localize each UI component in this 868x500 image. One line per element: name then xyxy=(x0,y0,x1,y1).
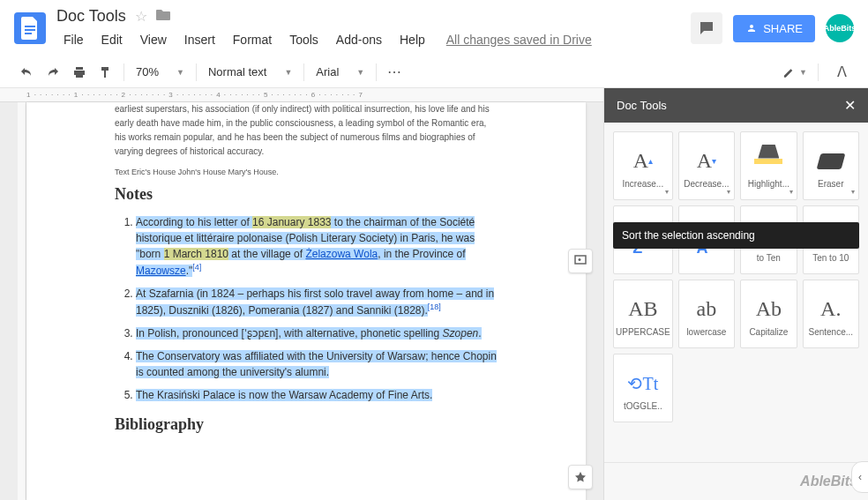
folder-icon[interactable] xyxy=(156,8,170,24)
lowercase-icon: ab xyxy=(697,292,717,327)
notes-heading: Notes xyxy=(115,185,498,204)
svg-rect-2 xyxy=(25,33,32,34)
svg-rect-1 xyxy=(25,29,35,31)
sentence-case-button[interactable]: A.Sentence... xyxy=(803,280,859,348)
title-area: Doc Tools ☆ File Edit View Insert Format… xyxy=(56,7,691,50)
redo-button[interactable] xyxy=(41,60,65,85)
bibliography-heading: Bibliography xyxy=(115,415,498,434)
editing-mode-button[interactable]: ▼ xyxy=(782,60,807,85)
star-icon[interactable]: ☆ xyxy=(135,8,147,25)
main-area: 1 · · · · · · · 1 · · · · · · · 2 · · · … xyxy=(0,88,868,500)
style-select[interactable]: Normal text▼ xyxy=(202,61,298,83)
paint-format-button[interactable] xyxy=(94,60,118,85)
close-icon[interactable]: ✕ xyxy=(844,97,856,114)
toggle-case-button[interactable]: ⟲TttOGGLE.. xyxy=(613,354,673,422)
increase-font-button[interactable]: A▴Increase... xyxy=(613,131,673,200)
highlighter-icon xyxy=(754,144,782,179)
uppercase-button[interactable]: ABUPPERCASE xyxy=(613,280,673,348)
note-item: In Polish, pronounced [ˈʂɔpɛn], with alt… xyxy=(136,325,498,341)
tooltip: Sort the selection ascending xyxy=(613,222,859,249)
font-select[interactable]: Arial▼ xyxy=(310,61,370,83)
docs-logo-icon[interactable] xyxy=(14,12,46,44)
uppercase-icon: AB xyxy=(628,292,657,327)
sidebar-title: Doc Tools xyxy=(617,99,667,112)
capitalize-icon: Ab xyxy=(756,292,782,327)
eraser-icon xyxy=(819,144,843,179)
menu-tools[interactable]: Tools xyxy=(282,29,326,50)
menu-edit[interactable]: Edit xyxy=(94,29,130,50)
horizontal-ruler[interactable]: 1 · · · · · · · 1 · · · · · · · 2 · · · … xyxy=(0,88,603,102)
expand-sidebar-button[interactable]: ‹ xyxy=(851,461,868,493)
document-page[interactable]: earliest superstars, his association (if… xyxy=(26,102,586,500)
note-item: The Krasiński Palace is now the Warsaw A… xyxy=(136,387,498,403)
menu-file[interactable]: File xyxy=(56,29,91,50)
vertical-ruler[interactable] xyxy=(18,102,26,500)
decrease-font-icon: A▾ xyxy=(697,144,716,179)
user-avatar[interactable]: AbleBits xyxy=(826,14,854,42)
saved-status[interactable]: All changes saved in Drive xyxy=(446,33,592,47)
note-item: The Conservatory was affiliated with the… xyxy=(136,348,498,380)
menu-insert[interactable]: Insert xyxy=(177,29,222,50)
app-header: Doc Tools ☆ File Edit View Insert Format… xyxy=(0,0,868,56)
menu-bar: File Edit View Insert Format Tools Add-o… xyxy=(56,29,691,50)
share-button[interactable]: SHARE xyxy=(733,15,815,42)
houses-text: Text Eric's House John's House Mary's Ho… xyxy=(115,168,498,176)
sidebar-header: Doc Tools ✕ xyxy=(604,88,868,123)
sentence-icon: A. xyxy=(820,292,841,327)
eraser-button[interactable]: Eraser xyxy=(803,131,859,200)
document-area: 1 · · · · · · · 1 · · · · · · · 2 · · · … xyxy=(0,88,603,500)
addon-sidebar: Doc Tools ✕ A▴Increase... A▾Decrease... … xyxy=(603,88,868,500)
toggle-icon: ⟲Tt xyxy=(627,366,658,401)
comments-button[interactable] xyxy=(691,12,722,44)
collapse-toolbar-button[interactable]: ᐱ xyxy=(829,60,854,85)
capitalize-button[interactable]: AbCapitalize xyxy=(740,280,797,348)
add-comment-button[interactable] xyxy=(568,249,593,273)
svg-rect-0 xyxy=(25,26,35,27)
undo-button[interactable] xyxy=(14,60,39,85)
menu-addons[interactable]: Add-ons xyxy=(329,29,389,50)
tools-grid: A▴Increase... A▾Decrease... Highlight...… xyxy=(604,123,868,431)
share-label: SHARE xyxy=(763,22,803,35)
notes-list: According to his letter of 16 January 18… xyxy=(115,214,498,403)
zoom-select[interactable]: 70%▼ xyxy=(130,61,191,83)
print-button[interactable] xyxy=(67,60,92,85)
sidebar-footer: AbleBits xyxy=(604,462,868,500)
note-item: At Szafarnia (in 1824 – perhaps his firs… xyxy=(136,286,498,318)
explore-button[interactable] xyxy=(568,465,593,489)
decrease-font-button[interactable]: A▾Decrease... xyxy=(678,131,735,200)
menu-format[interactable]: Format xyxy=(226,29,279,50)
more-button[interactable]: ⋯ xyxy=(382,60,407,85)
increase-font-icon: A▴ xyxy=(633,144,653,179)
lowercase-button[interactable]: ablowercase xyxy=(678,280,735,348)
body-paragraph: earliest superstars, his association (if… xyxy=(115,102,498,159)
menu-help[interactable]: Help xyxy=(393,29,432,50)
menu-view[interactable]: View xyxy=(133,29,174,50)
highlight-button[interactable]: Highlight... xyxy=(740,131,797,200)
document-title[interactable]: Doc Tools xyxy=(56,7,126,26)
format-toolbar: 70%▼ Normal text▼ Arial▼ ⋯ ▼ ᐱ xyxy=(0,56,868,88)
note-item: According to his letter of 16 January 18… xyxy=(136,214,498,279)
